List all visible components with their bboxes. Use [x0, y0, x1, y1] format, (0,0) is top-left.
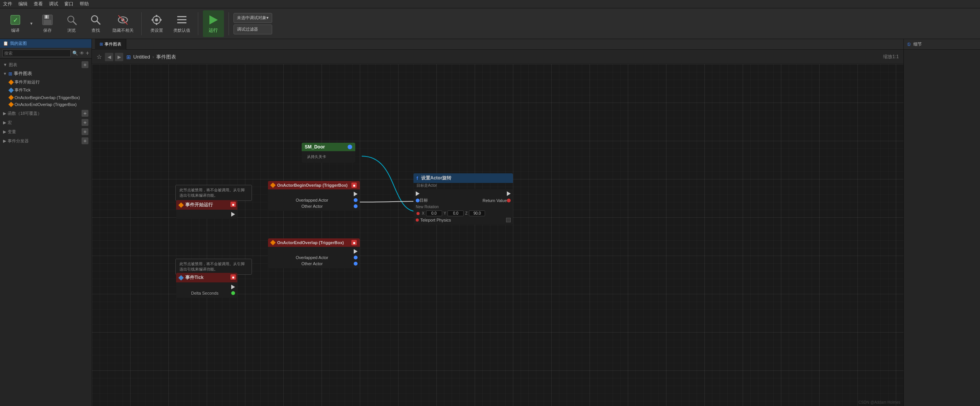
class-defaults-icon: [176, 14, 188, 26]
macros-label: 宏: [8, 120, 12, 126]
end-overlapped-actor-row: Overlapped Actor: [268, 254, 360, 261]
canvas-grid[interactable]: 此节点被禁用，将不会被调用。从引脚连出引线来编译功能。 事件开始运行 ■: [92, 64, 903, 406]
menu-view[interactable]: 查看: [34, 1, 43, 7]
end-overlapped-actor-label: Overlapped Actor: [296, 255, 328, 260]
dispatchers-label: 事件分发器: [8, 138, 29, 144]
csdn-watermark: CSDN @Addam Holmes: [858, 400, 900, 404]
my-blueprint-header[interactable]: 📋 我的蓝图: [0, 39, 91, 48]
class-settings-button[interactable]: 类设置: [146, 10, 167, 37]
node-end-overlap[interactable]: OnActorEndOverlap (TriggerBox) ■ Overlap…: [268, 238, 360, 268]
delta-seconds-row: Delta Seconds: [176, 290, 237, 296]
begin-overlap-exec-row: [268, 191, 360, 197]
class-defaults-button[interactable]: 类默认值: [170, 10, 193, 37]
forward-button[interactable]: ▶: [115, 53, 123, 61]
breadcrumb-section[interactable]: 事件图表: [156, 54, 176, 60]
no-debug-target-button[interactable]: 未选中调试对象▾: [234, 13, 272, 23]
svg-rect-5: [46, 15, 47, 18]
save-label: 保存: [43, 28, 52, 33]
breadcrumb-title[interactable]: Untitled: [133, 54, 150, 60]
node-event-tick[interactable]: 事件Tick ■ Delta Seconds: [176, 273, 237, 298]
svg-rect-20: [177, 19, 186, 20]
browse-icon: [65, 14, 78, 26]
my-blueprint-icon: 📋: [3, 41, 8, 46]
smdoor-ref-pin: [348, 145, 352, 149]
overlapped-actor-pin: [354, 198, 358, 202]
eye-icon[interactable]: 👁: [80, 51, 84, 56]
tree-event-tick[interactable]: 事件Tick: [0, 86, 91, 94]
tree-end-overlap[interactable]: OnActorEndOverlap (TriggerBox): [0, 101, 91, 108]
canvas-area: ⊞ 事件图表 ☆ ◀ ▶ ⊞ Untitled › 事件图表 缩放1:1: [92, 39, 903, 406]
y-input[interactable]: [448, 210, 464, 216]
event-tick-diamond-icon: [178, 275, 184, 280]
search-input[interactable]: [2, 49, 71, 57]
svg-rect-21: [177, 22, 186, 23]
add-macro-button[interactable]: +: [82, 119, 88, 126]
compile-button[interactable]: ✓ 编译: [5, 10, 26, 37]
teleport-dot: [416, 218, 419, 222]
begin-overlap-close[interactable]: ■: [351, 183, 357, 188]
event-start-close[interactable]: ■: [230, 202, 236, 207]
end-overlap-header: OnActorEndOverlap (TriggerBox) ■: [268, 238, 360, 247]
hide-button[interactable]: 隐藏不相关: [109, 10, 137, 37]
run-button[interactable]: 运行: [203, 10, 224, 37]
menu-debug[interactable]: 调试: [49, 1, 58, 7]
menu-edit[interactable]: 编辑: [18, 1, 28, 7]
teleport-label: Teleport Physics: [420, 218, 506, 222]
teleport-row: Teleport Physics: [413, 217, 513, 223]
x-input[interactable]: [426, 210, 442, 216]
event-graph-header[interactable]: ▼ ⊞ 事件图表: [0, 69, 91, 78]
right-panel-icon: ①: [907, 42, 911, 47]
smdoor-subtitle-row: 从持久关卡: [302, 153, 355, 161]
add-variable-button[interactable]: +: [82, 128, 88, 135]
toolbar: ✓ 编译 ▼ 保存 浏览: [0, 8, 980, 39]
set-rotation-exec-in: [416, 191, 420, 196]
find-button[interactable]: 查找: [85, 10, 106, 37]
tree-begin-overlap[interactable]: OnActorBeginOverlap (TriggerBox): [0, 94, 91, 101]
event-tick-close[interactable]: ■: [230, 274, 236, 280]
main-content: 📋 我的蓝图 🔍 👁 + ▼ 图表 + ▼: [0, 39, 980, 406]
graphs-section: ▼ 图表 +: [0, 60, 91, 69]
save-button[interactable]: 保存: [37, 10, 58, 37]
event-start-title: 事件开始运行: [185, 202, 213, 208]
event-tick-diamond: [8, 87, 14, 93]
z-input[interactable]: [469, 210, 485, 216]
debug-filter-label: 调试过滤器: [237, 26, 258, 32]
end-overlap-close[interactable]: ■: [351, 240, 357, 245]
search-bar: 🔍 👁 +: [0, 48, 91, 59]
target-pin: [416, 199, 420, 202]
right-panel-title: 细节: [913, 41, 922, 47]
debug-filter-button[interactable]: 调试过滤器: [234, 24, 272, 34]
breadcrumb-bar: ☆ ◀ ▶ ⊞ Untitled › 事件图表 缩放1:1: [92, 50, 903, 64]
node-begin-overlap[interactable]: OnActorBeginOverlap (TriggerBox) ■ Overl…: [268, 181, 360, 211]
add-dispatcher-button[interactable]: +: [82, 137, 88, 144]
back-button[interactable]: ◀: [105, 53, 113, 61]
other-actor-label: Other Actor: [301, 204, 323, 209]
svg-rect-17: [152, 19, 154, 21]
tree-event-start[interactable]: 事件开始运行: [0, 78, 91, 86]
teleport-checkbox[interactable]: [506, 218, 511, 222]
node-smdoor[interactable]: SM_Door 从持久关卡: [302, 143, 355, 163]
set-rotation-header: f 设置Actor旋转: [413, 173, 513, 183]
add-graph-button[interactable]: +: [82, 61, 88, 68]
add-function-button[interactable]: +: [82, 110, 88, 117]
compile-arrow[interactable]: ▼: [29, 21, 34, 26]
toolbar-sep-1: [141, 12, 142, 35]
sidebar: 📋 我的蓝图 🔍 👁 + ▼ 图表 + ▼: [0, 39, 92, 406]
menu-window[interactable]: 窗口: [64, 1, 74, 7]
node-event-start[interactable]: 事件开始运行 ■: [176, 200, 237, 219]
set-rotation-title: 设置Actor旋转: [421, 175, 451, 181]
menu-file[interactable]: 文件: [3, 1, 12, 7]
event-graph-tab[interactable]: ⊞ 事件图表: [95, 39, 126, 50]
event-start-diamond-icon: [178, 202, 184, 207]
browse-button[interactable]: 浏览: [61, 10, 82, 37]
favorite-button[interactable]: ☆: [96, 53, 102, 60]
disabled-msg-2: 此节点被禁用，将不会被调用。从引脚连出引线来编译功能。: [175, 259, 252, 275]
rotation-dot: [416, 212, 420, 215]
set-rotation-body: 目标 Return Value New Rotation X Y: [413, 189, 513, 225]
begin-overlap-label: OnActorBeginOverlap (TriggerBox): [15, 95, 80, 100]
nav-buttons: ◀ ▶: [105, 53, 123, 61]
node-set-rotation[interactable]: f 设置Actor旋转 目标是Actor 目标 Return Va: [413, 173, 513, 225]
menu-help[interactable]: 帮助: [80, 1, 89, 7]
delta-seconds-pin: [231, 291, 235, 295]
add-icon[interactable]: +: [86, 50, 89, 57]
